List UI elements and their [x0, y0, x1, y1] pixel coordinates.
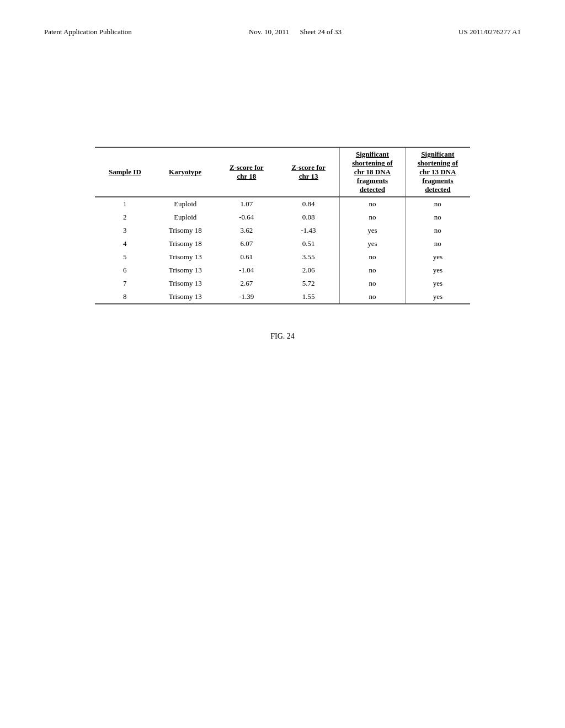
table-row: 3Trisomy 183.62-1.43yesno — [95, 224, 470, 237]
data-table: Sample ID Karyotype Z-score for chr 18 Z… — [95, 147, 470, 304]
cell-zscore_chr18: -1.04 — [216, 264, 278, 277]
cell-karyotype: Trisomy 13 — [155, 264, 216, 277]
cell-sig_chr18: no — [340, 290, 405, 304]
cell-sig_chr18: no — [340, 197, 405, 211]
cell-karyotype: Trisomy 18 — [155, 224, 216, 237]
figure-caption: FIG. 24 — [270, 332, 295, 341]
cell-sig_chr13: no — [405, 237, 470, 250]
cell-karyotype: Trisomy 13 — [155, 250, 216, 264]
table-row: 1Euploid1.070.84nono — [95, 197, 470, 211]
cell-sig_chr13: no — [405, 211, 470, 224]
table-row: 4Trisomy 186.070.51yesno — [95, 237, 470, 250]
cell-zscore_chr13: 2.06 — [278, 264, 340, 277]
header-patent-number: US 2011/0276277 A1 — [459, 28, 521, 36]
cell-sample_id: 7 — [95, 277, 155, 290]
cell-sig_chr13: no — [405, 197, 470, 211]
header-publication-label: Patent Application Publication — [44, 28, 132, 36]
table-row: 6Trisomy 13-1.042.06noyes — [95, 264, 470, 277]
col-header-zscore-chr13: Z-score for chr 13 — [278, 147, 340, 197]
cell-sample_id: 6 — [95, 264, 155, 277]
col-header-sig-chr13: Significant shortening of chr 13 DNA fra… — [405, 147, 470, 197]
cell-sample_id: 1 — [95, 197, 155, 211]
table-row: 7Trisomy 132.675.72noyes — [95, 277, 470, 290]
cell-sig_chr18: yes — [340, 224, 405, 237]
table-row: 2Euploid-0.640.08nono — [95, 211, 470, 224]
page-header: Patent Application Publication Nov. 10, … — [44, 28, 521, 36]
cell-sample_id: 2 — [95, 211, 155, 224]
cell-zscore_chr18: -1.39 — [216, 290, 278, 304]
cell-sample_id: 5 — [95, 250, 155, 264]
page: Patent Application Publication Nov. 10, … — [0, 0, 565, 728]
cell-sample_id: 8 — [95, 290, 155, 304]
cell-sig_chr18: no — [340, 211, 405, 224]
cell-sample_id: 3 — [95, 224, 155, 237]
cell-zscore_chr18: 3.62 — [216, 224, 278, 237]
header-date-sheet: Nov. 10, 2011 Sheet 24 of 33 — [249, 28, 342, 36]
header-sheet: Sheet 24 of 33 — [300, 28, 342, 36]
cell-zscore_chr13: 0.84 — [278, 197, 340, 211]
cell-karyotype: Trisomy 13 — [155, 290, 216, 304]
cell-zscore_chr18: 2.67 — [216, 277, 278, 290]
table-row: 8Trisomy 13-1.391.55noyes — [95, 290, 470, 304]
col-header-zscore-chr18: Z-score for chr 18 — [216, 147, 278, 197]
col-header-karyotype: Karyotype — [155, 147, 216, 197]
col-header-sig-chr18: Significant shortening of chr 18 DNA fra… — [340, 147, 405, 197]
cell-sig_chr13: yes — [405, 250, 470, 264]
cell-zscore_chr13: 5.72 — [278, 277, 340, 290]
cell-zscore_chr18: 6.07 — [216, 237, 278, 250]
cell-sig_chr13: yes — [405, 264, 470, 277]
cell-sig_chr13: no — [405, 224, 470, 237]
cell-zscore_chr13: 3.55 — [278, 250, 340, 264]
cell-karyotype: Trisomy 18 — [155, 237, 216, 250]
main-content: Sample ID Karyotype Z-score for chr 18 Z… — [44, 147, 521, 341]
cell-sig_chr18: no — [340, 277, 405, 290]
cell-sig_chr18: no — [340, 264, 405, 277]
cell-sample_id: 4 — [95, 237, 155, 250]
cell-zscore_chr18: -0.64 — [216, 211, 278, 224]
cell-karyotype: Trisomy 13 — [155, 277, 216, 290]
header-date: Nov. 10, 2011 — [249, 28, 289, 36]
cell-karyotype: Euploid — [155, 211, 216, 224]
cell-sig_chr13: yes — [405, 277, 470, 290]
col-header-sample-id: Sample ID — [95, 147, 155, 197]
cell-sig_chr18: yes — [340, 237, 405, 250]
cell-karyotype: Euploid — [155, 197, 216, 211]
table-row: 5Trisomy 130.613.55noyes — [95, 250, 470, 264]
cell-zscore_chr13: 0.08 — [278, 211, 340, 224]
cell-zscore_chr13: 1.55 — [278, 290, 340, 304]
cell-zscore_chr13: 0.51 — [278, 237, 340, 250]
cell-zscore_chr13: -1.43 — [278, 224, 340, 237]
cell-zscore_chr18: 0.61 — [216, 250, 278, 264]
cell-sig_chr18: no — [340, 250, 405, 264]
cell-zscore_chr18: 1.07 — [216, 197, 278, 211]
cell-sig_chr13: yes — [405, 290, 470, 304]
